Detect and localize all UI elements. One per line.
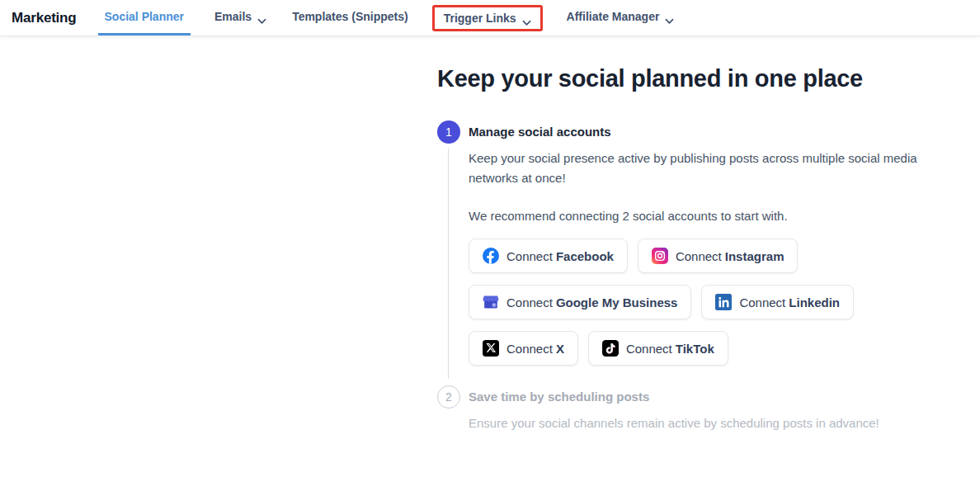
step-2-number-badge: 2 (437, 385, 460, 409)
connect-buttons: Connect Facebook Connect Instagram (469, 239, 957, 366)
x-icon (483, 340, 499, 357)
nav-tabs: Social Planner Emails Templates (Snippet… (98, 0, 676, 35)
tab-label: Templates (Snippets) (292, 10, 408, 23)
onboarding-steps: 1 Manage social accounts Keep your socia… (437, 120, 980, 433)
tiktok-icon (602, 340, 619, 357)
tab-templates-snippets[interactable]: Templates (Snippets) (290, 0, 410, 35)
chevron-down-icon (257, 14, 266, 21)
step-1-description: Keep your social presence active by publ… (469, 149, 943, 188)
connect-linkedin-button[interactable]: Connect Linkedin (701, 285, 854, 319)
chevron-down-icon (665, 14, 674, 21)
social-planner-onboarding: Keep your social planned in one place 1 … (0, 36, 980, 433)
chevron-down-icon (522, 16, 531, 22)
tab-social-planner[interactable]: Social Planner (98, 0, 191, 35)
connect-google-my-business-button[interactable]: Connect Google My Business (469, 285, 691, 319)
page-heading: Keep your social planned in one place (437, 65, 980, 92)
step-1-recommendation: We recommend connecting 2 social account… (469, 206, 943, 226)
tab-trigger-links[interactable]: Trigger Links (444, 12, 531, 25)
tab-emails[interactable]: Emails (213, 0, 268, 35)
tab-affiliate-manager[interactable]: Affiliate Manager (565, 0, 676, 35)
top-nav: Marketing Social Planner Emails Template… (0, 0, 980, 36)
tab-label: Affiliate Manager (567, 10, 660, 23)
page-title: Marketing (12, 0, 77, 35)
connect-tiktok-button[interactable]: Connect TikTok (588, 331, 728, 366)
connect-instagram-button[interactable]: Connect Instagram (638, 239, 799, 273)
instagram-icon (652, 248, 668, 264)
tab-label: Trigger Links (444, 12, 516, 25)
step-1-number-badge: 1 (437, 120, 460, 144)
tab-label: Social Planner (105, 10, 184, 23)
step-manage-social-accounts: 1 Manage social accounts Keep your socia… (437, 120, 980, 366)
google-my-business-icon (483, 294, 499, 310)
step-schedule-posts: 2 Save time by scheduling posts Ensure y… (437, 385, 980, 433)
tab-label: Emails (214, 10, 252, 23)
step-2-title: Save time by scheduling posts (469, 389, 980, 405)
trigger-links-highlight-box: Trigger Links (432, 5, 543, 31)
facebook-icon (483, 248, 499, 264)
step-2-description: Ensure your social channels remain activ… (469, 413, 943, 433)
connect-facebook-button[interactable]: Connect Facebook (469, 239, 628, 273)
connect-x-button[interactable]: Connect X (469, 331, 578, 366)
step-1-title: Manage social accounts (469, 124, 980, 140)
linkedin-icon (715, 294, 732, 310)
